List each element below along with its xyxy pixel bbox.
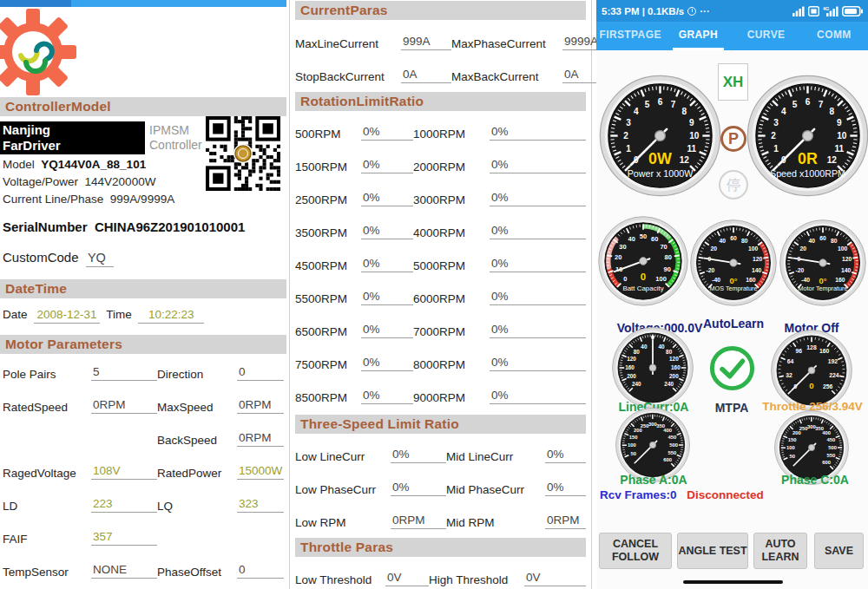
auto-learn-button[interactable]: AUTO LEARN bbox=[753, 533, 807, 569]
field-value-input[interactable]: 0A bbox=[562, 68, 601, 83]
tab-firstpage[interactable]: FIRSTPAGE bbox=[596, 22, 664, 50]
param-row: 1500RPM0%2000RPM0% bbox=[295, 153, 586, 173]
svg-text:224: 224 bbox=[829, 372, 839, 378]
field-value-input[interactable]: 0% bbox=[490, 125, 586, 141]
phase-c-label: Phase C:0A bbox=[770, 473, 860, 487]
field-label: PhaseOffset bbox=[157, 566, 237, 579]
field-value-input[interactable]: 0% bbox=[361, 323, 413, 338]
current-paras-header: CurrentParas bbox=[295, 1, 586, 20]
field-label: 7000RPM bbox=[413, 325, 490, 338]
field-value-input[interactable]: 0% bbox=[490, 191, 586, 206]
field-value-input[interactable]: 0RPM bbox=[91, 398, 157, 414]
svg-text:40: 40 bbox=[641, 344, 648, 350]
field-value-input[interactable]: 0% bbox=[490, 290, 586, 305]
field-value-input[interactable]: 0V bbox=[524, 571, 586, 586]
param-row: FAIF357 bbox=[3, 525, 284, 546]
tab-comm[interactable]: COMM bbox=[800, 22, 868, 50]
park-icon[interactable]: P bbox=[720, 126, 746, 152]
param-row: StopBackCurrent0AMaxBackCurrent0A bbox=[295, 62, 586, 83]
field-value-input[interactable]: 9999A bbox=[562, 35, 601, 50]
svg-text:-40: -40 bbox=[801, 277, 810, 283]
home-indicator[interactable] bbox=[683, 580, 783, 584]
svg-text:140: 140 bbox=[841, 267, 852, 273]
field-value-input[interactable]: 0% bbox=[490, 323, 586, 338]
voltage-power-line: Voltage/Power 144V20000W bbox=[3, 175, 204, 188]
tab-curve[interactable]: CURVE bbox=[733, 22, 800, 50]
field-value-input[interactable]: 0RPM bbox=[545, 514, 586, 529]
phone-app-panel: 5:33 PM | 0.1KB/s ··· 4G bbox=[596, 0, 868, 589]
field-value-input[interactable]: 0% bbox=[490, 224, 586, 239]
field-value-input[interactable]: 108V bbox=[91, 464, 157, 480]
field-label: LD bbox=[3, 500, 91, 513]
field-value-input[interactable]: 0% bbox=[361, 224, 413, 239]
current-paras-rows: MaxLineCurrent999AMaxPhaseCurrent9999ASt… bbox=[295, 29, 586, 83]
field-label: 3500RPM bbox=[295, 226, 361, 239]
field-value-input[interactable]: 0 bbox=[237, 365, 284, 381]
field-value-input[interactable]: 0% bbox=[361, 257, 413, 272]
field-value-input[interactable]: 323 bbox=[237, 497, 284, 513]
tab-graph[interactable]: GRAPH bbox=[664, 22, 732, 50]
svg-text:80: 80 bbox=[831, 238, 838, 244]
svg-text:140: 140 bbox=[752, 267, 762, 273]
field-value-input[interactable]: 999A bbox=[401, 35, 451, 50]
controller-model-header: ControllerModel bbox=[0, 97, 286, 116]
field-value-input[interactable]: 15000W bbox=[237, 464, 284, 480]
svg-text:-20: -20 bbox=[795, 267, 804, 273]
motor-temperature-gauge: -40-200204060801001201401600°Motor Tempr… bbox=[779, 219, 867, 307]
svg-text:0: 0 bbox=[641, 272, 646, 282]
field-value-input[interactable]: 0% bbox=[361, 356, 413, 371]
stop-icon[interactable]: 停 bbox=[719, 170, 748, 200]
mtpa-check-icon[interactable] bbox=[708, 344, 756, 392]
field-value-input[interactable]: 0% bbox=[490, 257, 586, 272]
field-value-input[interactable]: 0 bbox=[237, 563, 284, 579]
svg-text:1: 1 bbox=[626, 144, 631, 154]
svg-text:30: 30 bbox=[619, 243, 626, 251]
field-value-input[interactable]: 0V bbox=[385, 571, 429, 586]
svg-text:120: 120 bbox=[627, 356, 636, 362]
field-value-input[interactable]: NONE bbox=[91, 563, 157, 579]
field-value-input[interactable]: 0RPM bbox=[237, 431, 284, 447]
field-value-input[interactable]: 0% bbox=[490, 389, 586, 404]
field-value-input[interactable]: 357 bbox=[91, 530, 157, 546]
svg-text:80: 80 bbox=[666, 349, 673, 355]
svg-text:40: 40 bbox=[808, 238, 815, 244]
throttle-paras-rows: Low Threshold0VHigh Threshold0V bbox=[295, 566, 586, 586]
field-value-input[interactable]: 0% bbox=[391, 448, 446, 463]
svg-text:Speed x1000RPM: Speed x1000RPM bbox=[770, 168, 845, 179]
svg-text:64: 64 bbox=[787, 358, 794, 364]
field-label: 2000RPM bbox=[413, 160, 490, 173]
time-input[interactable]: 10:22:23 bbox=[138, 308, 204, 324]
custom-code-input[interactable]: YQ bbox=[86, 251, 114, 267]
field-value-input[interactable]: 0% bbox=[490, 356, 586, 371]
field-value-input[interactable]: 0% bbox=[361, 389, 413, 404]
field-label: 1500RPM bbox=[295, 160, 361, 173]
field-value-input[interactable]: 223 bbox=[91, 497, 157, 513]
field-value-input[interactable]: 0% bbox=[361, 191, 413, 206]
field-value-input[interactable]: 0% bbox=[361, 158, 413, 173]
field-value-input[interactable]: 5 bbox=[91, 365, 157, 381]
xh-button[interactable]: XH bbox=[718, 63, 748, 101]
field-label: 8000RPM bbox=[413, 358, 490, 371]
field-value-input[interactable]: 0A bbox=[401, 68, 451, 83]
controller-type-label: IPMSM Controller bbox=[149, 123, 202, 153]
field-label: 500RPM bbox=[295, 128, 361, 141]
field-value-input[interactable]: 0% bbox=[545, 481, 586, 496]
field-value-input[interactable]: 0RPM bbox=[391, 514, 446, 529]
param-row: 4500RPM0%5000RPM0% bbox=[295, 252, 586, 272]
field-value-input[interactable]: 0% bbox=[490, 158, 586, 173]
angle-test-button[interactable]: ANGLE TEST bbox=[677, 533, 748, 569]
field-label: High Threshold bbox=[429, 573, 524, 586]
model-line: Model YQ144V0A_88_101 bbox=[3, 158, 204, 171]
svg-text:MOS Temprature: MOS Temprature bbox=[710, 285, 758, 292]
svg-text:80: 80 bbox=[741, 238, 748, 244]
field-value-input[interactable]: 0RPM bbox=[237, 398, 284, 414]
date-input[interactable]: 2008-12-31 bbox=[34, 308, 100, 324]
field-label: 6500RPM bbox=[295, 325, 361, 338]
save-button[interactable]: SAVE bbox=[814, 533, 864, 569]
field-value-input[interactable]: 0% bbox=[545, 448, 586, 463]
field-value-input[interactable]: 0% bbox=[391, 481, 446, 496]
cancel-follow-button[interactable]: CANCEL FOLLOW bbox=[599, 533, 672, 569]
field-value-input[interactable]: 0% bbox=[361, 290, 413, 305]
field-value-input[interactable]: 0% bbox=[361, 125, 413, 141]
svg-text:50: 50 bbox=[630, 451, 636, 456]
